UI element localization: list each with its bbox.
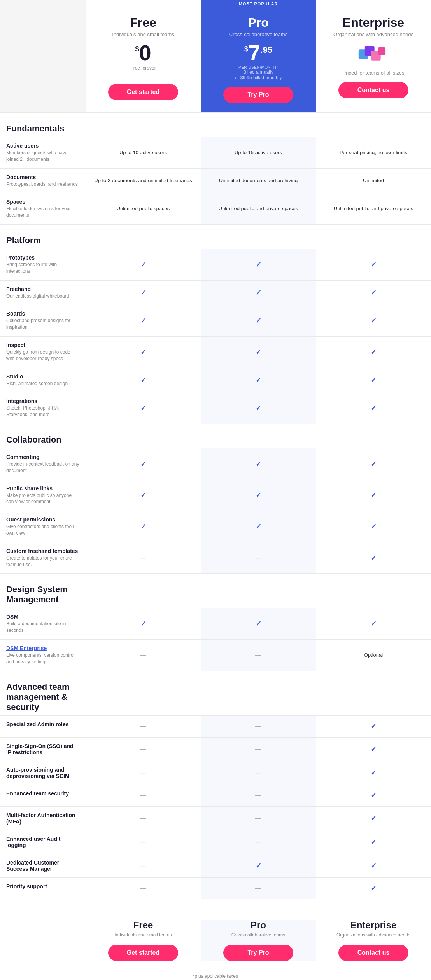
feature-name-4-3: Enhanced team security <box>6 790 79 797</box>
feature-pro-value-4-4: — <box>201 807 316 830</box>
feature-free-value-1-1: ✓ <box>86 281 201 305</box>
section-header-empty-1-2 <box>314 235 425 246</box>
bottom-pro-sub: Cross-collaborative teams <box>207 932 310 938</box>
section-header-empty-3-2 <box>314 584 425 605</box>
feature-enterprise-value-0-0: Per seat pricing, no user limits <box>316 137 431 168</box>
feature-row-3-0: DSMBuild a documentation site in seconds… <box>0 608 431 639</box>
dash-icon-pro-4-5: — <box>255 839 261 846</box>
feature-enterprise-value-1-0: ✓ <box>316 249 431 280</box>
feature-pro-value-1-2: ✓ <box>201 305 316 336</box>
value-text-enterprise-0-2: Unlimited public and private spaces <box>334 205 413 212</box>
feature-free-value-1-4: ✓ <box>86 368 201 392</box>
feature-enterprise-value-1-4: ✓ <box>316 368 431 392</box>
feature-row-1-2: BoardsCollect and present designs for in… <box>0 305 431 336</box>
feature-pro-value-2-1: ✓ <box>201 480 316 511</box>
feature-row-1-0: PrototypesBring screens to life with int… <box>0 249 431 280</box>
feature-free-value-4-1: — <box>86 738 201 761</box>
check-icon-enterprise-3-0: ✓ <box>371 619 377 628</box>
feature-free-value-4-0: — <box>86 716 201 737</box>
free-price-dollar: $ <box>135 45 139 53</box>
free-plan-name: Free <box>92 16 194 30</box>
check-icon-enterprise-2-0: ✓ <box>371 460 377 468</box>
section-title-0: Fundamentals <box>6 124 92 134</box>
feature-free-value-4-5: — <box>86 830 201 854</box>
feature-enterprise-value-2-3: ✓ <box>316 542 431 574</box>
feature-label-2-3: Custom freehand templatesCreate template… <box>0 542 86 574</box>
feature-row-0-0: Active usersMembers or guests who have j… <box>0 137 431 168</box>
feature-pro-value-4-3: — <box>201 785 316 806</box>
feature-free-value-4-4: — <box>86 807 201 830</box>
enterprise-cta-button[interactable]: Contact us <box>338 82 408 98</box>
check-icon-enterprise-4-6: ✓ <box>371 861 377 870</box>
free-price-note: Free forever <box>92 65 194 71</box>
feature-enterprise-value-4-6: ✓ <box>316 854 431 877</box>
bottom-enterprise-button[interactable]: Contact us <box>338 945 408 961</box>
feature-row-4-0: Specialized Admin roles——✓ <box>0 715 431 737</box>
section-header-empty-0-2 <box>314 124 425 134</box>
feature-enterprise-value-3-0: ✓ <box>316 608 431 639</box>
feature-label-2-0: CommentingProvide in-context feedback on… <box>0 448 86 480</box>
check-icon-enterprise-2-1: ✓ <box>371 491 377 499</box>
feature-name-0-2: Spaces <box>6 199 79 205</box>
check-icon-enterprise-1-2: ✓ <box>371 316 377 325</box>
feature-label-1-3: InspectQuickly go from design to code wi… <box>0 337 86 368</box>
check-icon-free-1-2: ✓ <box>140 316 146 325</box>
bottom-enterprise-name: Enterprise <box>322 920 425 931</box>
check-icon-pro-1-2: ✓ <box>256 316 261 325</box>
check-icon-free-3-0: ✓ <box>140 619 146 628</box>
pro-cta-button[interactable]: Try Pro <box>223 87 293 103</box>
check-icon-free-2-1: ✓ <box>140 491 146 499</box>
check-icon-enterprise-4-1: ✓ <box>371 745 377 753</box>
feature-name-3-1: DSM Enterprise <box>6 645 79 651</box>
feature-free-value-3-1: — <box>86 640 201 671</box>
check-icon-enterprise-2-3: ✓ <box>371 554 377 562</box>
taxes-note: *plus applicable taxes <box>0 973 431 980</box>
feature-free-value-2-2: ✓ <box>86 511 201 542</box>
feature-name-4-2: Auto-provisioning and deprovisioning via… <box>6 767 79 779</box>
feature-free-value-0-2: Unlimited public spaces <box>86 193 201 224</box>
svg-rect-3 <box>378 47 386 55</box>
feature-row-0-1: DocumentsPrototypes, boards, and freehan… <box>0 168 431 193</box>
feature-label-0-0: Active usersMembers or guests who have j… <box>0 137 86 168</box>
check-icon-enterprise-4-4: ✓ <box>371 814 377 823</box>
feature-pro-value-0-1: Unlimited documents and archiving <box>201 169 316 193</box>
feature-label-1-4: StudioRich, animated screen design <box>0 368 86 392</box>
feature-desc-0-2: Flexible folder systems for your documen… <box>6 206 79 219</box>
feature-label-2-1: Public share linksMake projects public s… <box>0 480 86 511</box>
feature-enterprise-value-4-2: ✓ <box>316 761 431 785</box>
bottom-pro-button[interactable]: Try Pro <box>223 945 293 961</box>
feature-pro-value-2-2: ✓ <box>201 511 316 542</box>
feature-enterprise-value-4-4: ✓ <box>316 807 431 830</box>
feature-desc-3-0: Build a documentation site in seconds <box>6 621 79 634</box>
value-text-enterprise-0-0: Per seat pricing, no user limits <box>340 149 407 156</box>
feature-pro-value-1-0: ✓ <box>201 249 316 280</box>
bottom-free-button[interactable]: Get started <box>108 945 178 961</box>
dash-icon-pro-3-1: — <box>255 652 261 659</box>
section-header-1: Platform <box>0 224 431 249</box>
feature-row-3-1: DSM EnterpriseLive components, version c… <box>0 639 431 671</box>
feature-desc-1-0: Bring screens to life with interactions <box>6 262 79 275</box>
section-header-empty-0-1 <box>203 124 314 134</box>
feature-name-1-2: Boards <box>6 310 79 317</box>
bottom-free-col: Free Individuals and small teams Get sta… <box>86 920 201 961</box>
value-text-free-0-1: Up to 3 documents and unlimited freehand… <box>94 177 192 184</box>
free-cta-button[interactable]: Get started <box>108 84 178 100</box>
feature-label-1-5: IntegrationsSketch, Photoshop, JIRA, Sto… <box>0 392 86 424</box>
feature-name-4-5: Enhanced user Audit logging <box>6 836 79 848</box>
feature-name-1-0: Prototypes <box>6 255 79 261</box>
value-text-free-0-2: Unlimited public spaces <box>117 205 170 212</box>
check-icon-pro-3-0: ✓ <box>256 619 261 628</box>
check-icon-pro-1-4: ✓ <box>256 376 261 384</box>
value-text-pro-0-0: Up to 15 active users <box>235 149 282 156</box>
value-text-pro-0-2: Unlimited public and private spaces <box>219 205 298 212</box>
check-icon-enterprise-4-3: ✓ <box>371 791 377 800</box>
features-table: FundamentalsActive usersMembers or guest… <box>0 112 431 899</box>
feature-enterprise-value-1-5: ✓ <box>316 392 431 424</box>
value-text-free-0-0: Up to 10 active users <box>119 149 167 156</box>
check-icon-free-1-1: ✓ <box>140 288 146 297</box>
section-header-empty-0-0 <box>92 124 203 134</box>
free-plan-subtitle: Individuals and small teams <box>92 31 194 37</box>
free-price-amount: 0 <box>139 42 151 64</box>
feature-pro-value-2-0: ✓ <box>201 448 316 480</box>
dash-icon-free-2-3: — <box>140 555 146 561</box>
